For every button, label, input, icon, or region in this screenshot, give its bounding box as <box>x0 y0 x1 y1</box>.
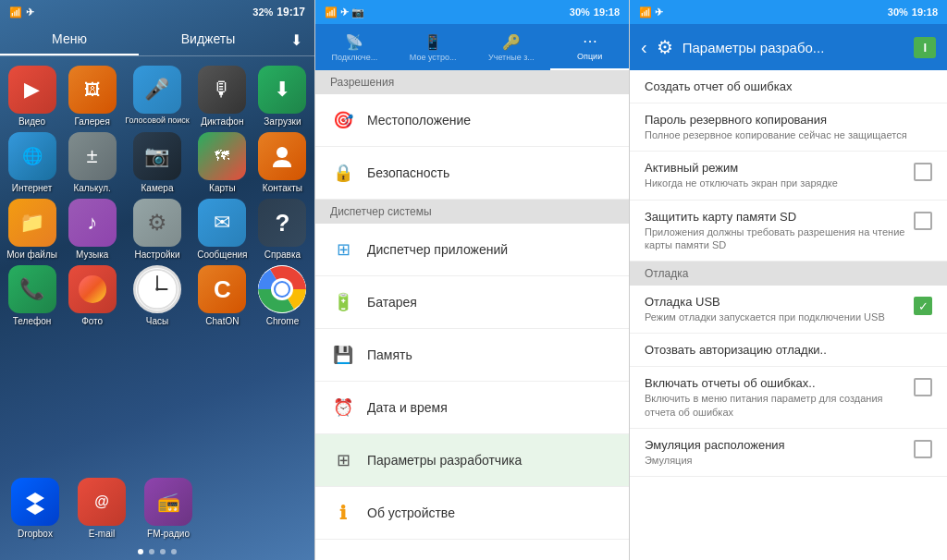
app-chrome-icon <box>258 265 306 313</box>
app-files-label: Мои файлы <box>6 250 57 260</box>
dot-1[interactable] <box>138 549 143 554</box>
tab-accounts[interactable]: 🔑 Учетные з... <box>473 24 551 70</box>
back-button[interactable]: ‹ <box>641 37 647 58</box>
debug-section-header: Отладка <box>630 262 947 286</box>
settings-time: 19:18 <box>594 6 620 18</box>
dev-item-protect-sd[interactable]: Защитить карту памяти SD Приложения долж… <box>630 201 947 262</box>
dev-item-create-report[interactable]: Создать отчет об ошибках <box>630 70 947 103</box>
settings-item-battery[interactable]: 🔋 Батарея <box>315 276 629 329</box>
app-chrome[interactable]: Chrome <box>255 265 310 326</box>
app-help[interactable]: ? Справка <box>255 199 310 260</box>
app-downloads[interactable]: ⬇ Загрузки <box>255 66 310 127</box>
dot-4[interactable] <box>171 549 177 554</box>
svg-point-4 <box>155 287 159 291</box>
about-icon: ℹ <box>330 500 356 526</box>
app-camera-icon: 📷 <box>133 132 181 180</box>
app-grid: ▶ Видео 🖼 Галерея 🎤 Голосовой поиск 🎙 Ди… <box>0 56 314 478</box>
dev-item-usb-text: Отладка USB Режим отладки запускается пр… <box>645 295 906 323</box>
tab-widgets[interactable]: Виджеты <box>139 24 277 55</box>
app-chaton[interactable]: C ChatON <box>195 265 250 326</box>
app-fmradio-icon: 📻 <box>144 478 192 526</box>
settings-panel: 📶 ✈ 📷 30% 19:18 📡 Подключе... 📱 Мое устр… <box>314 0 629 560</box>
app-gallery[interactable]: 🖼 Галерея <box>65 66 119 127</box>
settings-item-devoptions[interactable]: ⊞ Параметры разработчика <box>315 434 629 487</box>
app-calc[interactable]: ± Калькул. <box>65 132 119 193</box>
settings-item-appmanager[interactable]: ⊞ Диспетчер приложений <box>315 224 629 276</box>
dev-item-usb-debug[interactable]: Отладка USB Режим отладки запускается пр… <box>630 286 947 334</box>
dev-item-revoke-auth[interactable]: Отозвать авторизацию отладки.. <box>630 334 947 367</box>
emulate-location-checkbox[interactable] <box>914 440 932 458</box>
app-fmradio[interactable]: 📻 FM-радио <box>138 478 199 539</box>
app-video-icon: ▶ <box>8 66 56 114</box>
app-music[interactable]: ♪ Музыка <box>65 199 119 260</box>
app-calc-label: Калькул. <box>73 183 110 193</box>
app-camera[interactable]: 📷 Камера <box>125 132 190 193</box>
app-internet[interactable]: 🌐 Интернет <box>5 132 59 193</box>
home-status-left: 📶 ✈ <box>9 6 252 18</box>
app-calc-icon: ± <box>68 132 117 180</box>
app-maps[interactable]: 🗺 Карты <box>195 132 250 193</box>
app-photo[interactable]: Фото <box>65 265 119 326</box>
download-button[interactable]: ⬇ <box>277 24 314 55</box>
dev-item-emulate-location[interactable]: Эмуляция расположения Эмуляция <box>630 429 947 477</box>
usb-debug-checkbox[interactable]: ✓ <box>914 297 932 315</box>
app-chrome-label: Chrome <box>266 316 300 326</box>
svg-marker-9 <box>26 493 44 515</box>
app-dictaphone[interactable]: 🎙 Диктафон <box>195 66 250 127</box>
app-music-icon: ♪ <box>68 199 117 247</box>
app-phone[interactable]: 📞 Телефон <box>5 265 59 326</box>
app-fmradio-label: FM-радио <box>147 529 190 539</box>
battery-icon: 🔋 <box>330 289 356 315</box>
dev-item-revoke-text: Отозвать авторизацию отладки.. <box>645 343 932 357</box>
settings-item-location[interactable]: 🎯 Местоположение <box>315 94 629 147</box>
app-voice[interactable]: 🎤 Голосовой поиск <box>125 66 190 127</box>
options-icon: ⋯ <box>583 32 597 50</box>
enable-reports-checkbox[interactable] <box>914 378 932 396</box>
tab-menu[interactable]: Меню <box>0 24 139 55</box>
app-voice-icon: 🎤 <box>133 66 181 114</box>
page-dots <box>0 543 314 560</box>
tab-connect[interactable]: 📡 Подключе... <box>315 24 394 70</box>
dev-item-create-report-text: Создать отчет об ошибках <box>645 79 932 93</box>
settings-item-datetime[interactable]: ⏰ Дата и время <box>315 382 629 434</box>
app-clock[interactable]: Часы <box>125 265 190 326</box>
app-files[interactable]: 📁 Мои файлы <box>5 199 59 260</box>
settings-tabs: 📡 Подключе... 📱 Мое устро... 🔑 Учетные з… <box>315 24 629 70</box>
tab-device[interactable]: 📱 Мое устро... <box>394 24 473 70</box>
app-maps-icon: 🗺 <box>198 132 246 180</box>
dot-3[interactable] <box>160 549 166 554</box>
active-mode-checkbox[interactable] <box>914 163 932 181</box>
settings-item-security[interactable]: 🔒 Безопасность <box>315 147 629 200</box>
app-phone-icon: 📞 <box>8 265 56 313</box>
app-email-icon: @ <box>78 478 126 526</box>
dev-item-active-mode[interactable]: Активный режим Никогда не отключать экра… <box>630 152 947 200</box>
datetime-icon: ⏰ <box>330 395 356 420</box>
app-files-icon: 📁 <box>8 199 56 247</box>
app-dropbox[interactable]: Dropbox <box>5 478 66 539</box>
app-gallery-label: Галерея <box>74 116 109 127</box>
dot-2[interactable] <box>149 549 154 554</box>
app-contacts[interactable]: Контакты <box>255 132 310 193</box>
app-settings[interactable]: ⚙ Настройки <box>125 199 190 260</box>
dev-item-protect-text: Защитить карту памяти SD Приложения долж… <box>645 210 906 252</box>
dev-header: ‹ ⚙ Параметры разрабо... I <box>630 24 947 70</box>
settings-item-about[interactable]: ℹ Об устройстве <box>315 487 629 540</box>
app-messages[interactable]: ✉ Сообщения <box>195 199 250 260</box>
tab-options[interactable]: ⋯ Опции <box>550 24 629 70</box>
app-email-label: E-mail <box>89 529 115 539</box>
app-email[interactable]: @ E-mail <box>71 478 132 539</box>
app-video[interactable]: ▶ Видео <box>5 66 59 127</box>
app-camera-label: Камера <box>141 183 174 193</box>
settings-item-memory[interactable]: 💾 Память <box>315 329 629 382</box>
dev-toggle-button[interactable]: I <box>914 37 936 58</box>
app-dropbox-icon <box>11 478 59 526</box>
status-bar-dev: 📶 ✈ 30% 19:18 <box>630 0 947 24</box>
dev-battery: 30% <box>888 6 908 18</box>
protect-sd-checkbox[interactable] <box>914 212 932 230</box>
device-icon: 📱 <box>424 33 442 51</box>
app-internet-icon: 🌐 <box>8 132 56 180</box>
dev-item-enable-reports[interactable]: Включать отчеты об ошибках.. Включить в … <box>630 367 947 429</box>
dev-item-backup-password[interactable]: Пароль резервного копирования Полное рез… <box>630 103 947 152</box>
app-downloads-icon: ⬇ <box>258 66 306 114</box>
section-permissions: Разрешения <box>315 70 629 94</box>
